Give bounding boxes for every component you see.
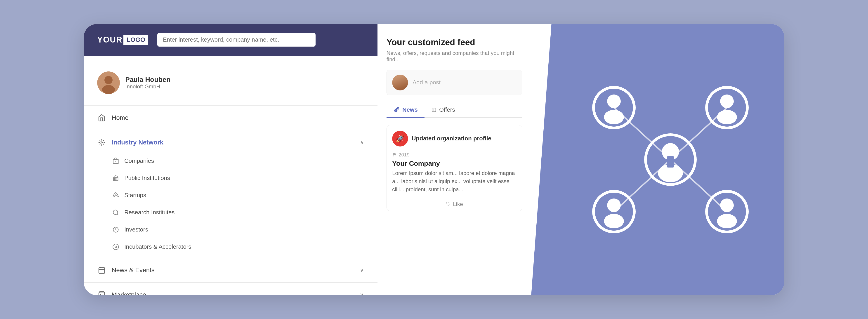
nav-sub-label-investors: Investors — [124, 226, 148, 233]
feed-card: 🚀 Updated organization profile ⚑ 2019 Yo… — [386, 125, 522, 211]
feed-card-badge: 🚀 — [392, 131, 408, 147]
svg-point-31 — [717, 110, 737, 124]
main-card: YOUR LOGO Paula Houben Inn — [84, 24, 784, 295]
svg-point-4 — [101, 142, 102, 143]
offers-tab-icon: ⊞ — [431, 106, 436, 114]
svg-point-37 — [717, 214, 737, 228]
heart-icon: ♡ — [446, 201, 451, 207]
svg-point-27 — [607, 95, 621, 108]
nav-item-home[interactable]: Home — [84, 108, 377, 128]
feed-title: Your customized feed — [386, 37, 522, 47]
svg-rect-25 — [667, 156, 674, 167]
svg-point-36 — [720, 198, 734, 212]
post-placeholder: Add a post... — [412, 79, 445, 86]
feed-card-header: 🚀 Updated organization profile — [387, 125, 522, 152]
svg-point-11 — [115, 246, 117, 248]
nav-label-news-events: News & Events — [112, 266, 354, 274]
svg-point-2 — [102, 85, 115, 94]
marketplace-icon — [97, 290, 106, 295]
svg-rect-12 — [99, 267, 105, 273]
companies-icon — [112, 157, 120, 165]
startups-icon — [112, 191, 120, 199]
nav-label-industry-network: Industry Network — [112, 139, 354, 146]
tab-offers[interactable]: ⊞ Offers — [425, 102, 462, 118]
nav-item-marketplace[interactable]: Marketplace ∨ — [84, 285, 377, 295]
content-area: Your customized feed News, offers, reque… — [377, 24, 784, 295]
post-avatar — [392, 74, 408, 90]
like-label: Like — [453, 201, 463, 207]
svg-point-34 — [604, 214, 624, 228]
nav-sub-item-companies[interactable]: Companies — [84, 152, 377, 169]
nav-item-industry-network[interactable]: Industry Network ∧ — [84, 132, 377, 152]
nav-sub-label-incubators: Incubators & Accelerators — [124, 243, 191, 250]
svg-point-7 — [115, 195, 116, 196]
like-button[interactable]: ♡ Like — [446, 201, 463, 207]
news-events-chevron: ∨ — [360, 267, 364, 273]
nav-sub-item-incubators[interactable]: Incubators & Accelerators — [84, 238, 377, 255]
news-events-icon — [97, 266, 106, 275]
post-input-row[interactable]: Add a post... — [386, 70, 522, 95]
svg-point-33 — [607, 198, 621, 212]
svg-point-8 — [113, 210, 118, 214]
feed-card-title: Updated organization profile — [412, 135, 491, 142]
research-icon — [112, 209, 120, 217]
logo-your: YOUR — [97, 35, 123, 44]
svg-point-30 — [720, 95, 734, 108]
search-input[interactable] — [157, 33, 315, 46]
nav-sub-label-startups: Startups — [124, 192, 146, 199]
marketplace-chevron: ∨ — [360, 292, 364, 295]
nav-label-home: Home — [112, 114, 364, 121]
nav-label-marketplace: Marketplace — [112, 291, 354, 295]
nav-sub-item-investors[interactable]: Investors — [84, 221, 377, 238]
nav-sub-label-companies: Companies — [124, 157, 154, 164]
home-icon — [97, 113, 106, 122]
news-tab-icon: 🗞 — [393, 106, 400, 114]
industry-network-icon — [97, 138, 106, 147]
feed-column: Your customized feed News, offers, reque… — [377, 24, 531, 295]
nav-sub-item-startups[interactable]: Startups — [84, 187, 377, 204]
investors-icon — [112, 226, 120, 234]
user-name: Paula Houben — [125, 76, 170, 84]
feed-card-text: Lorem ipsum dolor sit am... labore et do… — [392, 169, 517, 194]
left-panel: YOUR LOGO Paula Houben Inn — [84, 24, 377, 295]
svg-point-28 — [604, 110, 624, 124]
nav-sub-label-public: Public Institutions — [124, 174, 170, 182]
feed-card-footer: ♡ Like — [387, 197, 522, 211]
incubators-icon — [112, 243, 120, 251]
nav-sub-item-public[interactable]: Public Institutions — [84, 169, 377, 187]
nav-divider-4 — [84, 282, 377, 283]
user-company: Innoloft GmbH — [125, 84, 170, 90]
feed-company-name: Your Company — [392, 160, 517, 167]
svg-point-1 — [104, 76, 113, 84]
avatar — [97, 71, 120, 94]
industry-network-chevron: ∧ — [360, 139, 364, 146]
rocket-icon: 🚀 — [396, 134, 405, 143]
feed-card-year: ⚑ 2019 — [392, 152, 517, 158]
tab-offers-label: Offers — [439, 106, 455, 113]
tab-news-label: News — [402, 106, 418, 113]
tab-news[interactable]: 🗞 News — [386, 102, 425, 118]
nav-item-news-events[interactable]: News & Events ∨ — [84, 260, 377, 280]
nav-divider-3 — [84, 258, 377, 258]
sidebar: Paula Houben Innoloft GmbH Home — [84, 56, 377, 295]
feed-subtitle: News, offers, requests and companies tha… — [386, 50, 522, 63]
top-bar: YOUR LOGO — [84, 24, 377, 56]
feed-tabs: 🗞 News ⊞ Offers — [386, 102, 522, 118]
logo: YOUR LOGO — [97, 35, 148, 45]
year-icon: ⚑ — [392, 152, 397, 158]
nav-sub-label-research: Research Institutes — [124, 209, 175, 216]
public-icon — [112, 174, 120, 182]
user-info: Paula Houben Innoloft GmbH — [125, 76, 170, 90]
logo-logo: LOGO — [123, 35, 148, 45]
network-graphic — [569, 58, 772, 261]
svg-line-9 — [117, 214, 118, 215]
user-profile: Paula Houben Innoloft GmbH — [84, 65, 377, 103]
right-graphic — [531, 24, 784, 295]
feed-card-body: ⚑ 2019 Your Company Lorem ipsum dolor si… — [387, 152, 522, 197]
nav-sub-item-research[interactable]: Research Institutes — [84, 204, 377, 221]
nav-divider-2 — [84, 130, 377, 130]
